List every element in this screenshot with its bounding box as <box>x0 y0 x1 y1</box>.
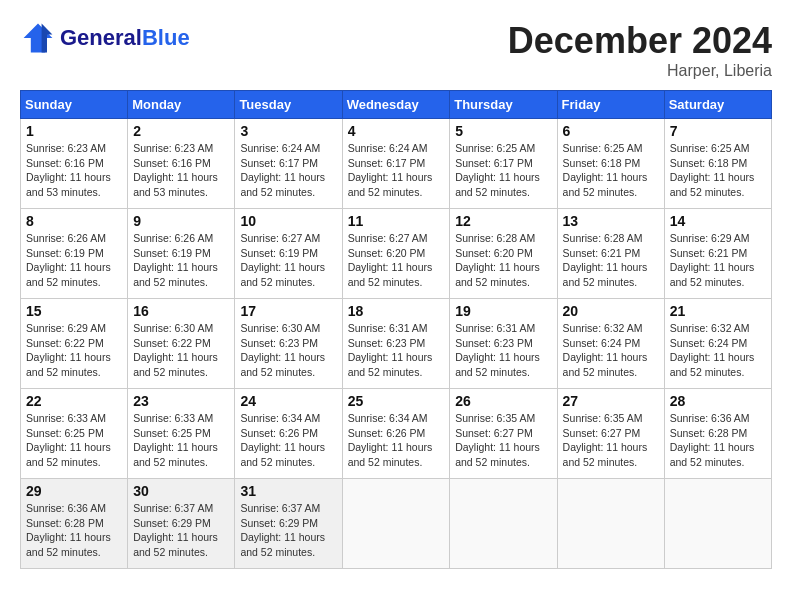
day-number: 2 <box>133 123 229 139</box>
day-number: 12 <box>455 213 551 229</box>
day-number: 5 <box>455 123 551 139</box>
table-row: 6 Sunrise: 6:25 AM Sunset: 6:18 PM Dayli… <box>557 119 664 209</box>
day-number: 14 <box>670 213 766 229</box>
day-number: 24 <box>240 393 336 409</box>
day-number: 6 <box>563 123 659 139</box>
day-info: Sunrise: 6:35 AM Sunset: 6:27 PM Dayligh… <box>563 411 659 470</box>
logo: GeneralBlue <box>20 20 190 56</box>
day-info: Sunrise: 6:37 AM Sunset: 6:29 PM Dayligh… <box>133 501 229 560</box>
table-row: 18 Sunrise: 6:31 AM Sunset: 6:23 PM Dayl… <box>342 299 450 389</box>
table-row: 27 Sunrise: 6:35 AM Sunset: 6:27 PM Dayl… <box>557 389 664 479</box>
table-row: 5 Sunrise: 6:25 AM Sunset: 6:17 PM Dayli… <box>450 119 557 209</box>
table-row: 12 Sunrise: 6:28 AM Sunset: 6:20 PM Dayl… <box>450 209 557 299</box>
table-row: 17 Sunrise: 6:30 AM Sunset: 6:23 PM Dayl… <box>235 299 342 389</box>
day-info: Sunrise: 6:23 AM Sunset: 6:16 PM Dayligh… <box>26 141 122 200</box>
day-info: Sunrise: 6:30 AM Sunset: 6:22 PM Dayligh… <box>133 321 229 380</box>
day-info: Sunrise: 6:25 AM Sunset: 6:17 PM Dayligh… <box>455 141 551 200</box>
day-info: Sunrise: 6:24 AM Sunset: 6:17 PM Dayligh… <box>348 141 445 200</box>
col-monday: Monday <box>128 91 235 119</box>
day-number: 4 <box>348 123 445 139</box>
day-info: Sunrise: 6:36 AM Sunset: 6:28 PM Dayligh… <box>26 501 122 560</box>
table-row: 25 Sunrise: 6:34 AM Sunset: 6:26 PM Dayl… <box>342 389 450 479</box>
table-row: 11 Sunrise: 6:27 AM Sunset: 6:20 PM Dayl… <box>342 209 450 299</box>
day-info: Sunrise: 6:26 AM Sunset: 6:19 PM Dayligh… <box>133 231 229 290</box>
day-number: 10 <box>240 213 336 229</box>
table-row: 28 Sunrise: 6:36 AM Sunset: 6:28 PM Dayl… <box>664 389 771 479</box>
day-info: Sunrise: 6:29 AM Sunset: 6:22 PM Dayligh… <box>26 321 122 380</box>
table-row: 31 Sunrise: 6:37 AM Sunset: 6:29 PM Dayl… <box>235 479 342 569</box>
day-number: 15 <box>26 303 122 319</box>
table-row: 10 Sunrise: 6:27 AM Sunset: 6:19 PM Dayl… <box>235 209 342 299</box>
table-row: 26 Sunrise: 6:35 AM Sunset: 6:27 PM Dayl… <box>450 389 557 479</box>
table-row: 9 Sunrise: 6:26 AM Sunset: 6:19 PM Dayli… <box>128 209 235 299</box>
day-number: 17 <box>240 303 336 319</box>
day-info: Sunrise: 6:33 AM Sunset: 6:25 PM Dayligh… <box>26 411 122 470</box>
day-number: 21 <box>670 303 766 319</box>
day-info: Sunrise: 6:35 AM Sunset: 6:27 PM Dayligh… <box>455 411 551 470</box>
header: GeneralBlue December 2024 Harper, Liberi… <box>20 20 772 80</box>
table-row: 21 Sunrise: 6:32 AM Sunset: 6:24 PM Dayl… <box>664 299 771 389</box>
day-info: Sunrise: 6:32 AM Sunset: 6:24 PM Dayligh… <box>563 321 659 380</box>
table-row: 13 Sunrise: 6:28 AM Sunset: 6:21 PM Dayl… <box>557 209 664 299</box>
day-number: 25 <box>348 393 445 409</box>
day-info: Sunrise: 6:33 AM Sunset: 6:25 PM Dayligh… <box>133 411 229 470</box>
table-row: 16 Sunrise: 6:30 AM Sunset: 6:22 PM Dayl… <box>128 299 235 389</box>
day-number: 3 <box>240 123 336 139</box>
day-number: 19 <box>455 303 551 319</box>
logo-icon <box>20 20 56 56</box>
day-info: Sunrise: 6:25 AM Sunset: 6:18 PM Dayligh… <box>563 141 659 200</box>
table-row <box>450 479 557 569</box>
col-saturday: Saturday <box>664 91 771 119</box>
table-row: 8 Sunrise: 6:26 AM Sunset: 6:19 PM Dayli… <box>21 209 128 299</box>
day-info: Sunrise: 6:27 AM Sunset: 6:20 PM Dayligh… <box>348 231 445 290</box>
day-number: 20 <box>563 303 659 319</box>
table-row: 15 Sunrise: 6:29 AM Sunset: 6:22 PM Dayl… <box>21 299 128 389</box>
table-row <box>664 479 771 569</box>
day-info: Sunrise: 6:36 AM Sunset: 6:28 PM Dayligh… <box>670 411 766 470</box>
day-number: 11 <box>348 213 445 229</box>
calendar-week-row: 8 Sunrise: 6:26 AM Sunset: 6:19 PM Dayli… <box>21 209 772 299</box>
day-info: Sunrise: 6:29 AM Sunset: 6:21 PM Dayligh… <box>670 231 766 290</box>
calendar-header-row: Sunday Monday Tuesday Wednesday Thursday… <box>21 91 772 119</box>
day-number: 31 <box>240 483 336 499</box>
title-area: December 2024 Harper, Liberia <box>508 20 772 80</box>
table-row: 7 Sunrise: 6:25 AM Sunset: 6:18 PM Dayli… <box>664 119 771 209</box>
col-tuesday: Tuesday <box>235 91 342 119</box>
table-row: 14 Sunrise: 6:29 AM Sunset: 6:21 PM Dayl… <box>664 209 771 299</box>
table-row: 2 Sunrise: 6:23 AM Sunset: 6:16 PM Dayli… <box>128 119 235 209</box>
calendar-week-row: 29 Sunrise: 6:36 AM Sunset: 6:28 PM Dayl… <box>21 479 772 569</box>
day-info: Sunrise: 6:32 AM Sunset: 6:24 PM Dayligh… <box>670 321 766 380</box>
day-number: 18 <box>348 303 445 319</box>
location: Harper, Liberia <box>508 62 772 80</box>
table-row: 1 Sunrise: 6:23 AM Sunset: 6:16 PM Dayli… <box>21 119 128 209</box>
day-info: Sunrise: 6:34 AM Sunset: 6:26 PM Dayligh… <box>240 411 336 470</box>
table-row <box>342 479 450 569</box>
day-info: Sunrise: 6:27 AM Sunset: 6:19 PM Dayligh… <box>240 231 336 290</box>
day-number: 8 <box>26 213 122 229</box>
calendar: Sunday Monday Tuesday Wednesday Thursday… <box>20 90 772 569</box>
table-row: 19 Sunrise: 6:31 AM Sunset: 6:23 PM Dayl… <box>450 299 557 389</box>
table-row <box>557 479 664 569</box>
table-row: 30 Sunrise: 6:37 AM Sunset: 6:29 PM Dayl… <box>128 479 235 569</box>
table-row: 4 Sunrise: 6:24 AM Sunset: 6:17 PM Dayli… <box>342 119 450 209</box>
day-info: Sunrise: 6:31 AM Sunset: 6:23 PM Dayligh… <box>455 321 551 380</box>
day-number: 13 <box>563 213 659 229</box>
day-number: 16 <box>133 303 229 319</box>
day-info: Sunrise: 6:24 AM Sunset: 6:17 PM Dayligh… <box>240 141 336 200</box>
table-row: 3 Sunrise: 6:24 AM Sunset: 6:17 PM Dayli… <box>235 119 342 209</box>
day-number: 30 <box>133 483 229 499</box>
table-row: 23 Sunrise: 6:33 AM Sunset: 6:25 PM Dayl… <box>128 389 235 479</box>
day-info: Sunrise: 6:28 AM Sunset: 6:20 PM Dayligh… <box>455 231 551 290</box>
day-info: Sunrise: 6:37 AM Sunset: 6:29 PM Dayligh… <box>240 501 336 560</box>
calendar-week-row: 15 Sunrise: 6:29 AM Sunset: 6:22 PM Dayl… <box>21 299 772 389</box>
day-number: 22 <box>26 393 122 409</box>
table-row: 22 Sunrise: 6:33 AM Sunset: 6:25 PM Dayl… <box>21 389 128 479</box>
day-info: Sunrise: 6:23 AM Sunset: 6:16 PM Dayligh… <box>133 141 229 200</box>
calendar-body: 1 Sunrise: 6:23 AM Sunset: 6:16 PM Dayli… <box>21 119 772 569</box>
day-info: Sunrise: 6:25 AM Sunset: 6:18 PM Dayligh… <box>670 141 766 200</box>
day-number: 28 <box>670 393 766 409</box>
month-year: December 2024 <box>508 20 772 62</box>
table-row: 24 Sunrise: 6:34 AM Sunset: 6:26 PM Dayl… <box>235 389 342 479</box>
day-number: 27 <box>563 393 659 409</box>
table-row: 20 Sunrise: 6:32 AM Sunset: 6:24 PM Dayl… <box>557 299 664 389</box>
